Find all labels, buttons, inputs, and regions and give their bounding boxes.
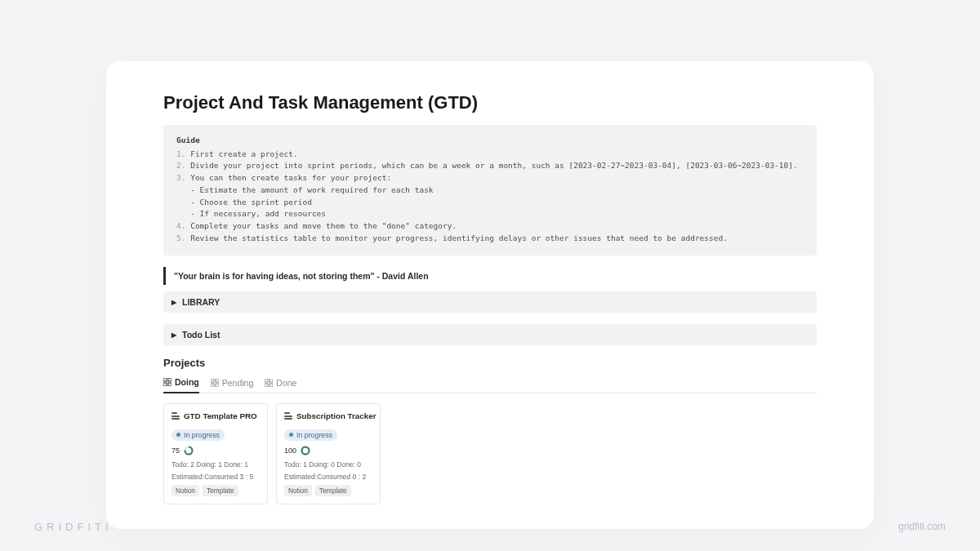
project-meta-ratio: Estimated:Consumed 0 : 2 bbox=[284, 473, 372, 481]
status-dot-icon bbox=[289, 433, 293, 437]
footer-brand: GRIDFITI bbox=[34, 521, 113, 533]
guide-line: 3. You can then create tasks for your pr… bbox=[176, 172, 804, 184]
svg-point-15 bbox=[302, 447, 310, 454]
tab-label: Pending bbox=[222, 378, 254, 388]
svg-rect-9 bbox=[270, 379, 273, 382]
project-title: GTD Template PRO bbox=[184, 411, 257, 420]
toggle-label: LIBRARY bbox=[182, 297, 220, 307]
footer-url: gridfiti.com bbox=[898, 521, 946, 533]
toggle-label: Todo List bbox=[182, 330, 220, 340]
project-card-header: Subscription Tracker bbox=[284, 411, 372, 420]
page-icon bbox=[172, 412, 180, 420]
guide-heading: Guide bbox=[176, 135, 804, 147]
status-badge: In progress bbox=[284, 429, 337, 441]
guide-box: Guide 1. First create a project. 2. Divi… bbox=[163, 125, 817, 256]
project-meta-counts: Todo: 2 Doing: 1 Done: 1 bbox=[172, 460, 260, 469]
tab-done[interactable]: Done bbox=[265, 377, 296, 393]
tag: Template bbox=[315, 485, 351, 496]
svg-rect-4 bbox=[211, 379, 214, 382]
guide-line: 4. Complete your tasks and move them to … bbox=[176, 220, 804, 233]
project-card[interactable]: Subscription Tracker In progress 100 Tod… bbox=[276, 403, 381, 504]
svg-rect-2 bbox=[163, 383, 167, 386]
page-title: Project And Task Management (GTD) bbox=[163, 92, 817, 113]
page-footer: GRIDFITI gridfiti.com bbox=[0, 521, 980, 533]
tag: Notion bbox=[284, 485, 312, 496]
tag-row: Notion Template bbox=[284, 485, 372, 496]
projects-tabs: Doing Pending Done bbox=[163, 377, 817, 393]
guide-subline: - Estimate the amount of work required f… bbox=[176, 184, 804, 197]
page-icon bbox=[284, 412, 292, 420]
project-meta-counts: Todo: 1 Doing: 0 Done: 0 bbox=[284, 460, 372, 469]
guide-subline: - If necessary, add resources bbox=[176, 208, 804, 220]
guide-line: 2. Divide your project into sprint perio… bbox=[176, 160, 804, 172]
quote-callout: "Your brain is for having ideas, not sto… bbox=[163, 267, 817, 285]
guide-line: 5. Review the statistics table to monito… bbox=[176, 233, 804, 245]
tab-label: Doing bbox=[175, 377, 199, 387]
status-label: In progress bbox=[184, 431, 220, 439]
project-card[interactable]: GTD Template PRO In progress 75 Todo: 2 … bbox=[163, 403, 268, 504]
chevron-right-icon: ▶ bbox=[172, 299, 176, 306]
board-icon bbox=[163, 378, 172, 386]
guide-line: 1. First create a project. bbox=[176, 149, 804, 161]
project-title: Subscription Tracker bbox=[296, 411, 376, 420]
progress-ring-icon bbox=[301, 446, 310, 455]
status-dot-icon bbox=[176, 433, 180, 437]
page-card: Project And Task Management (GTD) Guide … bbox=[106, 61, 874, 529]
project-card-header: GTD Template PRO bbox=[172, 411, 260, 420]
board-icon bbox=[211, 379, 219, 387]
project-cards-row: GTD Template PRO In progress 75 Todo: 2 … bbox=[163, 403, 817, 504]
project-meta-ratio: Estimated:Consumed 3 : 5 bbox=[172, 473, 260, 481]
svg-rect-10 bbox=[265, 384, 268, 387]
status-badge: In progress bbox=[172, 429, 225, 441]
tag-row: Notion Template bbox=[172, 485, 260, 496]
guide-subline: - Choose the sprint period bbox=[176, 197, 804, 209]
svg-rect-8 bbox=[265, 379, 268, 382]
projects-heading: Projects bbox=[163, 357, 817, 369]
tag: Template bbox=[203, 485, 238, 496]
svg-rect-6 bbox=[211, 384, 214, 387]
svg-rect-5 bbox=[216, 379, 219, 382]
progress-value: 75 bbox=[172, 447, 180, 455]
board-icon bbox=[265, 379, 273, 387]
svg-rect-0 bbox=[163, 378, 167, 381]
tab-label: Done bbox=[276, 378, 296, 388]
progress-row: 75 bbox=[172, 446, 260, 455]
toggle-todo[interactable]: ▶ Todo List bbox=[163, 324, 817, 345]
tag: Notion bbox=[172, 485, 199, 496]
progress-row: 100 bbox=[284, 446, 372, 455]
progress-value: 100 bbox=[284, 447, 296, 455]
tab-doing[interactable]: Doing bbox=[163, 377, 199, 393]
status-label: In progress bbox=[296, 431, 332, 439]
tab-pending[interactable]: Pending bbox=[211, 377, 254, 393]
svg-rect-1 bbox=[168, 378, 172, 381]
svg-rect-11 bbox=[270, 384, 273, 387]
toggle-library[interactable]: ▶ LIBRARY bbox=[163, 291, 817, 313]
svg-rect-3 bbox=[168, 383, 172, 386]
chevron-right-icon: ▶ bbox=[172, 331, 176, 339]
progress-ring-icon bbox=[184, 446, 194, 455]
svg-rect-7 bbox=[216, 384, 219, 387]
